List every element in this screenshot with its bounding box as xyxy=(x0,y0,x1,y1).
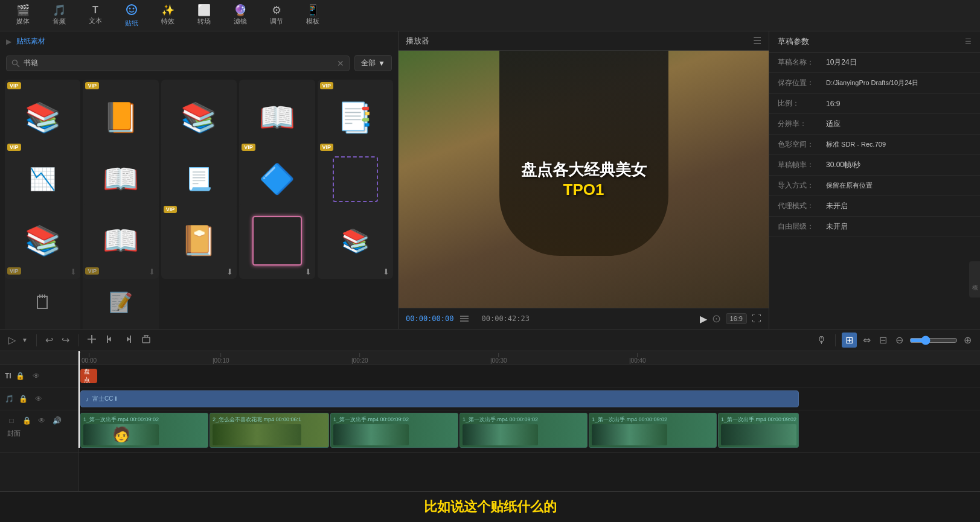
clip1-thumb-content: 🧑 xyxy=(83,424,159,445)
player-video: 盘点各大经典美女 TPO1 xyxy=(399,51,769,308)
clip2-label: 2_怎么会不喜欢花呢.mp4 00:00:06:1 xyxy=(213,416,301,424)
download-icon[interactable]: ⬇ xyxy=(383,267,389,276)
right-panel-menu-icon[interactable]: ☰ xyxy=(965,37,972,46)
text-track-label: TI 🔒 👁 xyxy=(0,364,78,387)
prop-value-resolution: 适应 xyxy=(826,119,841,129)
video-clip-4[interactable]: 1_第一次出手.mp4 00:00:09:02 xyxy=(460,413,588,448)
cursor-dropdown[interactable]: ▼ xyxy=(19,336,30,345)
video-eye-btn[interactable]: 👁 xyxy=(35,414,48,427)
fullscreen-icon[interactable]: ⛶ xyxy=(752,313,761,324)
sticker-item[interactable]: 📚 ⬇ xyxy=(318,203,393,279)
video-check-btn[interactable]: □ xyxy=(5,414,18,427)
clip2-info: 2_怎么会不喜欢花呢.mp4 00:00:06:1 xyxy=(213,416,301,445)
toolbar-adjust[interactable]: ⚙ 调节 xyxy=(260,2,293,29)
prop-row-ratio: 比例： 16:9 xyxy=(769,94,980,114)
download-icon[interactable]: ⬇ xyxy=(305,267,312,276)
audio-eye-btn[interactable]: 👁 xyxy=(32,392,45,406)
play-button[interactable]: ▶ xyxy=(700,313,707,325)
prop-row-resolution: 分辨率： 适应 xyxy=(769,114,980,135)
clip4-label: 1_第一次出手.mp4 00:00:09:02 xyxy=(463,416,538,424)
sticker-item[interactable]: VIP 📝 xyxy=(83,265,158,329)
sticker-item[interactable]: ⬇ xyxy=(239,203,315,279)
preview-btn[interactable]: ⊟ xyxy=(877,333,889,347)
toolbar-effects[interactable]: ✨ 特效 xyxy=(151,2,185,29)
video-clip-6[interactable]: 1_第一次出手.mp4 00:00:09:02 xyxy=(718,413,799,448)
audio-icon: 🎵 xyxy=(53,5,66,16)
trim-start-button[interactable] xyxy=(103,333,117,348)
zoom-plus-btn[interactable]: ⊕ xyxy=(961,333,974,347)
sticker-emoji: 🔷 xyxy=(259,162,295,196)
audio-lock-btn[interactable]: 🔒 xyxy=(16,392,30,406)
magnetic-snap-btn[interactable]: ⊞ xyxy=(842,333,857,348)
vip-badge: VIP xyxy=(7,82,21,89)
text-clip[interactable]: 盘点 xyxy=(80,369,97,383)
video-clip-1[interactable]: 1_第一次出手.mp4 00:00:09:02 🧑 xyxy=(80,413,208,448)
split-button[interactable] xyxy=(85,333,99,348)
prop-row-name: 草稿名称： 10月24日 xyxy=(769,53,980,73)
video-track-label: □ 🔒 👁 🔊 封面 xyxy=(0,410,78,453)
zoom-minus-btn[interactable]: ⊖ xyxy=(893,333,906,347)
text-lock-btn[interactable]: 🔒 xyxy=(14,369,27,383)
toolbar-sticker[interactable]: 贴纸 xyxy=(115,2,149,29)
toolbar-template[interactable]: 📱 模板 xyxy=(296,2,330,29)
adjust-label: 调节 xyxy=(270,17,283,26)
search-clear-icon[interactable]: ✕ xyxy=(337,59,344,68)
toolbar-text[interactable]: T 文本 xyxy=(78,2,112,29)
text-eye-btn[interactable]: 👁 xyxy=(30,369,43,383)
svg-line-4 xyxy=(17,65,19,67)
aspect-ratio-badge[interactable]: 16:9 xyxy=(726,313,747,324)
delete-button[interactable] xyxy=(139,333,153,348)
cursor-button[interactable]: ▷ xyxy=(6,333,18,347)
video-clip-5[interactable]: 1_第一次出手.mp4 00:00:09:02 xyxy=(589,413,717,448)
sticker-emoji: 📚 xyxy=(25,224,61,258)
sticker-item[interactable]: VIP 📔 ⬇ xyxy=(161,203,237,279)
snapshot-icon[interactable]: ⊙ xyxy=(712,312,721,325)
video-clip-2[interactable]: 2_怎么会不喜欢花呢.mp4 00:00:06:1 xyxy=(210,413,329,448)
template-icon: 📱 xyxy=(306,5,319,16)
sticker-label: 贴纸 xyxy=(125,19,138,28)
toolbar-filter[interactable]: 🔮 滤镜 xyxy=(223,2,257,29)
prop-row-freelayer: 自由层级： 未开启 xyxy=(769,217,980,237)
player-main-text: 盘点各大经典美女 xyxy=(521,159,647,180)
toolbar-audio[interactable]: 🎵 音频 xyxy=(42,2,76,29)
download-icon[interactable]: ⬇ xyxy=(226,267,233,276)
cover-label-wrapper: 封面 xyxy=(5,429,63,438)
toolbar-media[interactable]: 🎬 媒体 xyxy=(6,2,40,29)
clip5-info: 1_第一次出手.mp4 00:00:09:02 xyxy=(592,416,667,445)
sticker-emoji: 📔 xyxy=(181,224,217,258)
breadcrumb[interactable]: 贴纸素材 xyxy=(16,36,45,46)
effects-icon: ✨ xyxy=(161,5,175,16)
video-clip-3[interactable]: 1_第一次出手.mp4 00:00:09:02 xyxy=(330,413,458,448)
sticker-item[interactable]: VIP 🗒 xyxy=(5,265,80,329)
cover-label: 封面 xyxy=(7,430,21,437)
video-audio-btn[interactable]: 🔊 xyxy=(50,414,63,427)
music-clip[interactable]: ♪ 富士CC Ⅱ xyxy=(80,390,799,407)
tl-right-tools: 🎙 ⊞ ⇔ ⊟ ⊖ ⊕ xyxy=(815,333,974,348)
filter-button[interactable]: 全部 ▼ xyxy=(354,55,392,71)
trim-end-button[interactable] xyxy=(121,333,135,348)
player-overlay-text: 盘点各大经典美女 TPO1 xyxy=(521,159,647,199)
undo-button[interactable]: ↩ xyxy=(43,333,56,347)
prop-value-ratio: 16:9 xyxy=(826,100,840,108)
mic-button[interactable]: 🎙 xyxy=(815,334,829,347)
prop-label-freelayer: 自由层级： xyxy=(778,221,826,232)
left-panel-header: ▶ 贴纸素材 xyxy=(0,31,398,51)
redo-button[interactable]: ↪ xyxy=(59,333,72,347)
playhead[interactable] xyxy=(78,351,80,448)
clip5-thumbnail xyxy=(592,424,667,445)
player-area: 盘点各大经典美女 TPO1 xyxy=(399,51,769,308)
player-menu-icon[interactable]: ☰ xyxy=(753,35,761,46)
player-title: 播放器 xyxy=(406,36,429,46)
vip-badge: VIP xyxy=(164,206,178,213)
audio-track-label: 🎵 🔒 👁 xyxy=(0,387,78,410)
toolbar-scene[interactable]: ⬜ 转场 xyxy=(187,2,221,29)
link-btn[interactable]: ⇔ xyxy=(860,333,873,347)
video-lock-btn[interactable]: 🔒 xyxy=(20,414,33,427)
prop-row-proxy: 代理模式： 未开启 xyxy=(769,196,980,217)
right-collapse-btn[interactable]: 概 xyxy=(969,261,980,298)
zoom-slider[interactable] xyxy=(909,336,958,345)
toolbar-divider xyxy=(36,334,37,346)
search-input[interactable] xyxy=(24,59,333,68)
toolbar-divider2 xyxy=(78,334,78,346)
clip4-info: 1_第一次出手.mp4 00:00:09:02 xyxy=(463,416,538,445)
